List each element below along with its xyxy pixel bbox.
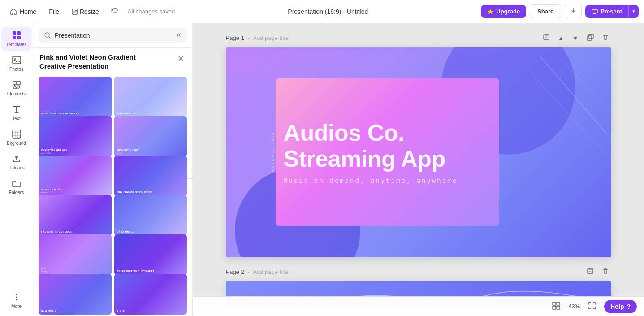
upgrade-button[interactable]: Upgrade: [481, 5, 526, 18]
present-main[interactable]: Present: [585, 5, 629, 18]
grid-view-button[interactable]: [549, 300, 563, 313]
slide-thumb-7[interactable]: Factors to Consider: [39, 195, 112, 236]
svg-rect-6: [17, 36, 21, 39]
more-icon: [12, 292, 22, 302]
page2-notes-button[interactable]: [584, 266, 596, 277]
sidebar-item-more[interactable]: More: [1, 289, 32, 312]
sidebar-item-photos[interactable]: Photos: [1, 52, 32, 75]
search-wrapper[interactable]: ✕: [39, 28, 187, 43]
sidebar-item-templates[interactable]: Templates: [1, 27, 32, 51]
slide-title-line1: Audios Co.: [284, 120, 553, 146]
svg-rect-27: [557, 306, 560, 309]
page2-label: Page 2 - Add page title: [226, 268, 289, 275]
present-button[interactable]: Present ▾: [585, 5, 639, 18]
doc-title: Presentation (16:9) - Untitled: [288, 8, 368, 15]
templates-label: Templates: [6, 42, 27, 47]
search-input[interactable]: [55, 32, 172, 39]
sidebar-item-background[interactable]: Bkground: [1, 126, 32, 149]
upgrade-label: Upgrade: [496, 8, 520, 15]
slide-thumb-4[interactable]: Without music...Quote: [114, 116, 187, 157]
page-section: Page 1 - Add page title ▲ ▼: [193, 23, 644, 316]
topbar: Home File Resize All changes saved Prese…: [0, 0, 644, 23]
resize-button[interactable]: Resize: [67, 5, 104, 18]
share-label: Share: [537, 8, 553, 15]
present-chevron[interactable]: ▾: [629, 5, 639, 17]
slide-thumb-11[interactable]: New Music: [39, 274, 112, 315]
page2-label-row: Page 2 - Add page title: [226, 266, 611, 277]
text-label: Text: [12, 116, 20, 121]
slide-thumb-8[interactable]: Daily Music: [114, 195, 187, 236]
page1-delete-button[interactable]: [600, 32, 611, 43]
present-icon: [592, 9, 598, 15]
templates-icon: [12, 30, 22, 40]
present-label: Present: [601, 8, 622, 15]
sidebar-item-folders[interactable]: Folders: [1, 175, 32, 199]
panel-close-button[interactable]: ✕: [176, 53, 186, 65]
home-button[interactable]: Home: [5, 5, 41, 18]
download-button[interactable]: [565, 4, 582, 19]
panel-title-line1: Pink and Violet Neon Gradient: [39, 53, 136, 62]
undo-icon: [111, 7, 119, 15]
slide-thumb-3[interactable]: Christian HermanArtist Profile: [39, 116, 112, 157]
svg-rect-24: [553, 302, 556, 305]
slide-thumb-5[interactable]: Audios Co. AppFeatures: [39, 156, 112, 196]
slide-thumb-10[interactable]: Representing Customers: [114, 234, 187, 275]
slide-subtitle: Music on demand, anytime, anywhere: [284, 177, 553, 184]
slide-thumb-12[interactable]: Stats: [114, 274, 187, 315]
home-icon: [10, 8, 17, 15]
svg-point-13: [16, 294, 17, 295]
svg-marker-1: [488, 9, 493, 14]
share-button[interactable]: Share: [530, 4, 561, 18]
svg-rect-19: [587, 36, 592, 40]
slide-thumb-1[interactable]: Audios Co. Streaming App: [39, 77, 112, 117]
help-icon: ?: [627, 303, 631, 310]
slide-thumb-6[interactable]: Why Choose Streaming?: [114, 156, 187, 196]
page2-actions: [584, 266, 611, 277]
slide-thumb-9[interactable]: $15Pricing: [39, 234, 112, 275]
delete-icon: [602, 34, 609, 41]
page2-delete-button[interactable]: [600, 266, 611, 277]
main-layout: Templates Photos Elements Tex: [0, 23, 644, 316]
sidebar-item-elements[interactable]: Elements: [1, 76, 32, 100]
page2-add-title[interactable]: Add page title: [253, 268, 289, 275]
sidebar-item-text[interactable]: Text: [1, 101, 32, 125]
page1-label: Page 1 - Add page title: [226, 35, 289, 41]
file-menu[interactable]: File: [44, 5, 64, 18]
slide-thumb-2[interactable]: Talking Points: [114, 77, 187, 117]
grid-view-icon: [552, 302, 560, 310]
svg-point-14: [16, 297, 17, 298]
page1-duplicate-button[interactable]: [584, 32, 596, 43]
resize-icon: [72, 9, 78, 15]
svg-rect-11: [17, 86, 20, 88]
page1-add-title[interactable]: Add page title: [253, 35, 289, 41]
download-icon: [570, 7, 577, 14]
folders-icon: [12, 178, 22, 188]
panel-header: Pink and Violet Neon Gradient Creative P…: [33, 48, 192, 74]
topbar-center: Presentation (16:9) - Untitled: [178, 8, 477, 15]
search-clear-button[interactable]: ✕: [176, 31, 182, 39]
file-label: File: [49, 8, 59, 15]
slide-main-title: Audios Co. Streaming App: [284, 120, 553, 171]
fullscreen-button[interactable]: [585, 300, 599, 313]
hide-panel-button[interactable]: ‹: [187, 161, 193, 179]
slide-title-line2: Streaming App: [284, 146, 553, 171]
sidebar-item-uploads[interactable]: Uploads: [1, 150, 32, 174]
svg-rect-5: [13, 36, 16, 39]
background-label: Bkground: [7, 141, 26, 146]
photos-label: Photos: [9, 67, 23, 72]
uploads-icon: [12, 154, 22, 164]
uploads-label: Uploads: [8, 165, 25, 170]
icon-sidebar: Templates Photos Elements Tex: [0, 23, 33, 316]
slide-1-canvas[interactable]: MARCH 1, 2020 Audios Co. Streaming App M…: [226, 47, 611, 257]
notes-icon-2: [587, 268, 594, 275]
svg-rect-18: [589, 34, 593, 39]
page1-down-button[interactable]: ▼: [570, 33, 581, 43]
help-label: Help: [610, 303, 624, 310]
page1-up-button[interactable]: ▲: [556, 33, 566, 43]
help-button[interactable]: Help ?: [604, 300, 637, 313]
bottom-bar: 43% Help ?: [193, 296, 644, 316]
folders-label: Folders: [9, 190, 24, 195]
page1-notes-button[interactable]: [540, 32, 552, 43]
slide-thumbnails-grid: Audios Co. Streaming AppTalking PointsCh…: [33, 74, 192, 316]
undo-button[interactable]: [107, 4, 122, 19]
